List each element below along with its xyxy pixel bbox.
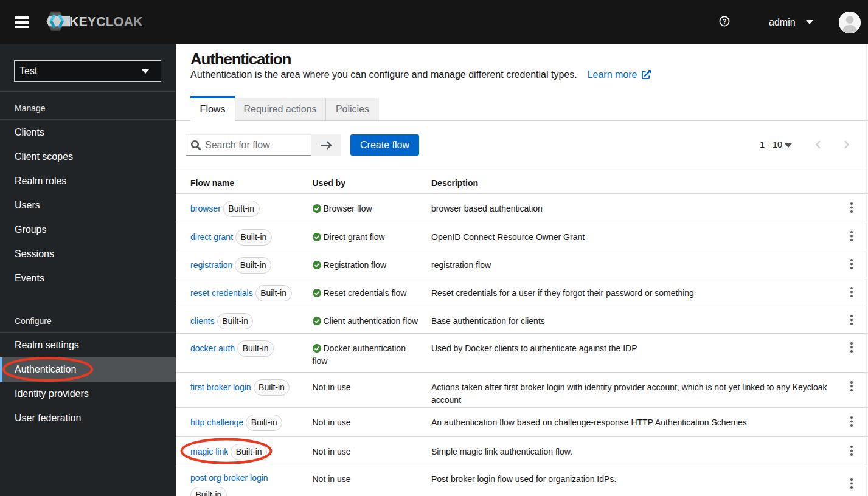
svg-text:KEYCLOAK: KEYCLOAK [69,15,142,29]
svg-text:?: ? [723,18,727,25]
